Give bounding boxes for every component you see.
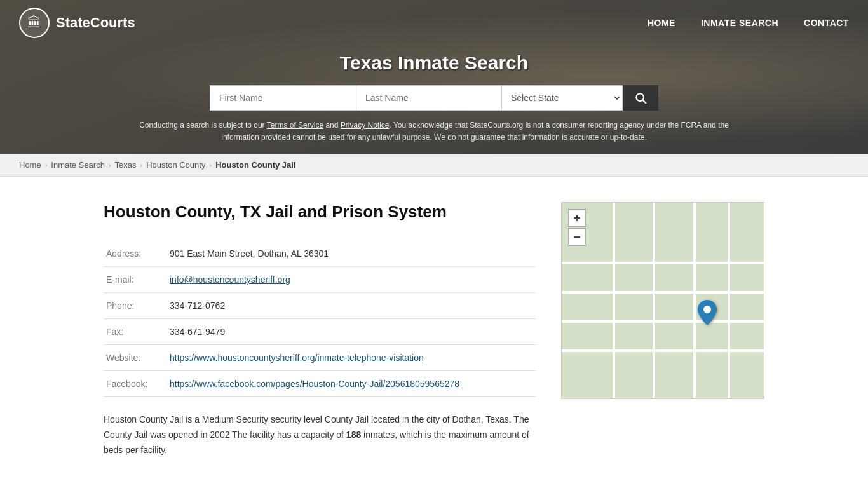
table-row-website: Website: https://www.houstoncountysherif… <box>104 345 536 371</box>
last-name-input[interactable] <box>356 85 502 111</box>
nav-contact[interactable]: CONTACT <box>804 18 849 28</box>
map-zoom-in-button[interactable]: + <box>568 209 586 227</box>
main-content: Houston County, TX Jail and Prison Syste… <box>53 177 815 483</box>
map-road-v4 <box>728 203 730 398</box>
map-road-h1 <box>562 262 764 264</box>
map-road-h3 <box>562 320 764 323</box>
info-table: Address: 901 East Main Street, Dothan, A… <box>104 241 536 397</box>
map-road-v1 <box>613 203 615 398</box>
email-label: E-mail: <box>104 267 167 293</box>
facebook-value: https://www.facebook.com/pages/Houston-C… <box>167 371 536 397</box>
breadcrumb-sep-4: › <box>209 161 212 169</box>
map-zoom-out-button[interactable]: − <box>568 228 586 246</box>
table-row-fax: Fax: 334-671-9479 <box>104 319 536 345</box>
first-name-input[interactable] <box>210 85 356 111</box>
logo-text: StateCourts <box>56 15 135 31</box>
map-road-h2 <box>562 291 764 294</box>
map-tile <box>562 203 764 398</box>
map-road-v3 <box>693 203 696 398</box>
map-container: + − <box>561 202 764 399</box>
map-background <box>562 203 764 398</box>
search-button[interactable] <box>623 85 658 111</box>
facility-title: Houston County, TX Jail and Prison Syste… <box>104 202 536 222</box>
disclaimer: Conducting a search is subject to our Te… <box>0 119 868 154</box>
facility-description: Houston County Jail is a Medium Security… <box>104 412 536 458</box>
header: 🏛 StateCourts HOME INMATE SEARCH CONTACT… <box>0 0 868 154</box>
page-title-wrap: Texas Inmate Search <box>0 46 868 85</box>
breadcrumb: Home › Inmate Search › Texas › Houston C… <box>0 154 868 177</box>
breadcrumb-sep-1: › <box>45 161 48 169</box>
breadcrumb-home[interactable]: Home <box>19 160 41 170</box>
terms-link[interactable]: Terms of Service <box>267 121 323 130</box>
location-pin-icon <box>698 300 717 325</box>
table-row-facebook: Facebook: https://www.facebook.com/pages… <box>104 371 536 397</box>
phone-value: 334-712-0762 <box>167 293 536 319</box>
breadcrumb-sep-3: › <box>140 161 143 169</box>
table-row-phone: Phone: 334-712-0762 <box>104 293 536 319</box>
address-value: 901 East Main Street, Dothan, AL 36301 <box>167 241 536 267</box>
facebook-label: Facebook: <box>104 371 167 397</box>
logo[interactable]: 🏛 StateCourts <box>19 8 135 38</box>
phone-label: Phone: <box>104 293 167 319</box>
breadcrumb-sep-2: › <box>109 161 111 169</box>
breadcrumb-inmate-search[interactable]: Inmate Search <box>51 160 105 170</box>
content-layout: Houston County, TX Jail and Prison Syste… <box>104 202 764 458</box>
website-link[interactable]: https://www.houstoncountysheriff.org/inm… <box>170 353 424 363</box>
table-row-email: E-mail: info@houstoncountysheriff.org <box>104 267 536 293</box>
search-icon <box>634 92 647 104</box>
map-marker <box>698 300 717 330</box>
privacy-link[interactable]: Privacy Notice <box>341 121 390 130</box>
website-label: Website: <box>104 345 167 371</box>
map-road-v2 <box>653 203 655 398</box>
nav-inmate-search[interactable]: INMATE SEARCH <box>701 18 778 28</box>
breadcrumb-current: Houston County Jail <box>215 160 295 170</box>
fax-value: 334-671-9479 <box>167 319 536 345</box>
address-label: Address: <box>104 241 167 267</box>
map-road-h4 <box>562 349 764 352</box>
table-row-address: Address: 901 East Main Street, Dothan, A… <box>104 241 536 267</box>
nav-home[interactable]: HOME <box>648 18 675 28</box>
content-left: Houston County, TX Jail and Prison Syste… <box>104 202 536 458</box>
logo-icon: 🏛 <box>19 8 50 38</box>
fax-label: Fax: <box>104 319 167 345</box>
email-value: info@houstoncountysheriff.org <box>167 267 536 293</box>
page-title: Texas Inmate Search <box>0 52 868 74</box>
state-select[interactable]: Select State Alabama Alaska Texas <box>502 85 623 111</box>
breadcrumb-houston-county[interactable]: Houston County <box>146 160 205 170</box>
breadcrumb-texas[interactable]: Texas <box>115 160 137 170</box>
search-bar: Select State Alabama Alaska Texas <box>0 85 868 111</box>
facebook-link[interactable]: https://www.facebook.com/pages/Houston-C… <box>170 379 459 389</box>
map-controls: + − <box>568 209 586 246</box>
svg-point-2 <box>703 306 711 313</box>
content-right: + − <box>561 202 764 458</box>
email-link[interactable]: info@houstoncountysheriff.org <box>170 274 290 285</box>
website-value: https://www.houstoncountysheriff.org/inm… <box>167 345 536 371</box>
nav-bar: 🏛 StateCourts HOME INMATE SEARCH CONTACT <box>0 0 868 46</box>
svg-line-1 <box>643 100 646 104</box>
nav-links: HOME INMATE SEARCH CONTACT <box>648 18 849 28</box>
